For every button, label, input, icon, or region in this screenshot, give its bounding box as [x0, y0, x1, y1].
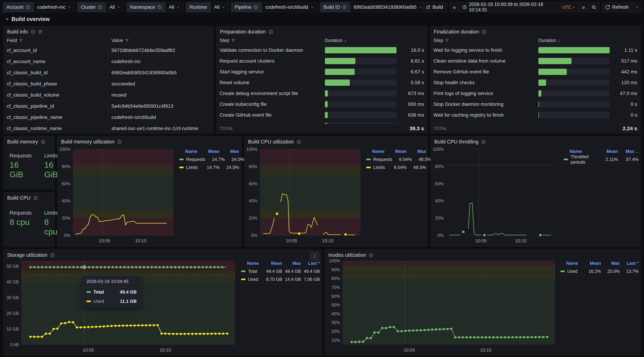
legend-series-toggle[interactable]: Used [559, 269, 582, 274]
build-link-label: Build [432, 4, 443, 10]
info-icon[interactable] [117, 140, 122, 144]
info-icon[interactable] [157, 5, 162, 10]
legend-series-toggle[interactable]: Total [240, 269, 263, 274]
svg-text:90%: 90% [331, 267, 340, 272]
time-range-picker[interactable]: 2026-02-16 10:00:39 to 2026-02-16 10:14:… [459, 2, 578, 12]
svg-text:20 GB: 20 GB [6, 311, 19, 316]
field-cell: cf_classic_runtime_name [4, 126, 108, 131]
zoom-out-button[interactable] [588, 2, 600, 12]
column-header-duration[interactable]: Duration [325, 38, 343, 43]
filter-build-id: Build ID6992eab9385341938900a0b5 [320, 2, 426, 12]
external-link-icon [426, 5, 430, 10]
info-icon[interactable] [297, 140, 301, 144]
filter-value-dropdown[interactable]: All [165, 2, 183, 12]
dashboard-toolbar: Accountcodefresh-incClusterAllNamespaceA… [3, 2, 641, 12]
legend-series-toggle[interactable]: Requests [365, 157, 392, 162]
svg-text:80%: 80% [249, 164, 258, 169]
build-link-button[interactable]: Build [422, 2, 447, 12]
value-cell: codefresh-inc [108, 56, 213, 67]
duration-value: 1.11 s [613, 48, 637, 53]
filter-value-dropdown[interactable]: 6992eab9385341938900a0b5 [350, 2, 426, 12]
column-header-duration[interactable]: Duration [538, 38, 556, 43]
svg-text:50 GB: 50 GB [6, 264, 19, 268]
duration-cell: 5.58 s [322, 77, 427, 88]
svg-text:100%: 100% [59, 147, 70, 152]
panel-title: Build CPU utilization [248, 139, 294, 145]
svg-text:0%: 0% [64, 233, 70, 238]
legend-series-toggle[interactable]: Limits [178, 165, 200, 170]
duration-value: 6.67 s [400, 69, 424, 74]
refresh-button[interactable]: Refresh [602, 2, 632, 12]
column-header-step[interactable]: Step [220, 38, 229, 43]
panel-build-info: Build info Field Value cf_account_id5672… [4, 26, 214, 133]
filter-icon[interactable] [445, 38, 449, 42]
filter-value-dropdown[interactable]: codefresh-inc [34, 2, 74, 12]
info-icon[interactable] [26, 5, 30, 10]
tooltip-series-value: 11.1 GB [120, 298, 137, 304]
info-icon[interactable] [31, 30, 35, 34]
svg-text:40%: 40% [331, 311, 340, 316]
info-icon[interactable] [50, 253, 55, 258]
chart-legend: NameMeanMaxRequests9.54%48.5%Limits9.54%… [365, 148, 426, 172]
inodes-utilization-chart[interactable]: 10%20%30%40%50%60%70%80%90%100%10:0510:1… [326, 258, 557, 353]
refresh-interval-dropdown[interactable] [632, 2, 641, 12]
step-cell: Create debug environment script file [217, 91, 322, 96]
duration-cell [322, 120, 427, 124]
external-link-icon[interactable] [38, 30, 42, 34]
legend-row: Used8.70 GB14.4 GB7.06 GB [240, 276, 320, 284]
filter-label: Namespace [126, 2, 165, 12]
info-icon[interactable] [481, 140, 486, 144]
filter-icon[interactable] [231, 38, 235, 42]
info-icon[interactable] [268, 30, 273, 34]
svg-text:10:05: 10:05 [475, 238, 486, 243]
filter-value-dropdown[interactable]: All [210, 2, 228, 12]
info-icon[interactable] [254, 5, 258, 10]
stat-label: Limits [44, 210, 58, 216]
table-row: Validate connection to Docker daemon16.0… [217, 45, 427, 56]
panel-inodes-utilization: Inodes utilization 10%20%30%40%50%60%70%… [325, 250, 640, 355]
time-shift-forward-button[interactable]: » [579, 2, 588, 12]
time-range-group: « 2026-02-16 10:00:39 to 2026-02-16 10:1… [450, 2, 600, 12]
duration-bar-fill [325, 69, 355, 75]
total-value: 2.24 s [623, 126, 640, 132]
memory-utilization-chart[interactable]: 0%20%40%60%80%100%10:0510:10 [59, 147, 175, 244]
column-header-value[interactable]: Value [112, 38, 123, 43]
duration-bar-track [325, 47, 397, 53]
stat-limits: Limits16 GiB [44, 153, 58, 179]
info-icon[interactable] [482, 30, 486, 34]
column-header-field[interactable]: Field [7, 38, 17, 43]
section-build-overview[interactable]: Build overview [5, 16, 50, 22]
duration-cell: 638 ms [322, 110, 427, 120]
duration-bar-fill [538, 112, 539, 118]
filter-label: Cluster [78, 2, 106, 12]
filter-value-dropdown[interactable]: All [106, 2, 124, 12]
field-cell: cf_classic_pipeline_id [4, 103, 108, 109]
duration-value: 0 s [613, 102, 637, 107]
field-cell: cf_account_name [4, 59, 108, 64]
timezone-picker[interactable]: UTC [562, 5, 575, 10]
info-icon[interactable] [33, 196, 38, 200]
duration-bar-track [325, 90, 397, 96]
filter-icon[interactable] [125, 38, 129, 42]
table-row: Clean sensitive data from volume517 ms [431, 56, 640, 66]
legend-series-toggle[interactable]: Limits [365, 165, 387, 170]
filter-icon[interactable] [19, 38, 23, 42]
filter-value-dropdown[interactable]: codefresh-io/cli/build [262, 2, 317, 12]
column-header-step[interactable]: Step [434, 38, 443, 43]
cpu-throttling-chart[interactable]: 0%20%40%60%80%100%10:0510:10 [432, 147, 559, 244]
duration-bar-fill [538, 90, 541, 96]
info-icon[interactable] [98, 5, 102, 10]
variable-filters: Accountcodefresh-incClusterAllNamespaceA… [3, 2, 420, 12]
info-icon[interactable] [41, 140, 45, 144]
info-icon[interactable] [369, 253, 373, 258]
duration-bar-track [538, 90, 610, 96]
total-label: TOTAL [431, 126, 448, 131]
field-cell: cf_classic_build_volume [4, 92, 108, 98]
series-swatch [241, 278, 246, 280]
cpu-utilization-chart[interactable]: 0%20%40%60%80%100%10:0510:10 [246, 147, 362, 244]
legend-series-toggle[interactable]: Throttled periods [562, 154, 598, 165]
time-shift-back-button[interactable]: « [450, 2, 459, 12]
legend-series-toggle[interactable]: Requests [178, 157, 205, 162]
info-icon[interactable] [342, 5, 347, 10]
legend-series-toggle[interactable]: Used [240, 277, 263, 282]
